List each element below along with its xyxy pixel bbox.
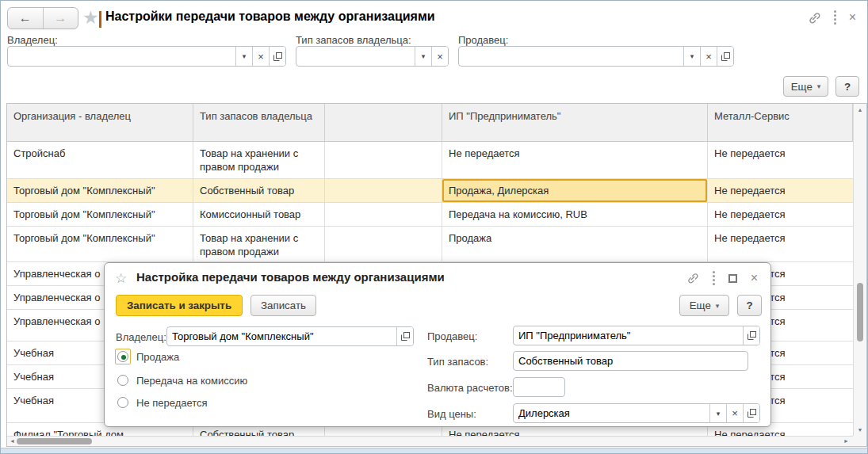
table-cell[interactable] (325, 203, 442, 226)
help-button[interactable]: ? (835, 76, 859, 97)
table-cell[interactable]: Товар на хранении с правом продажи (193, 142, 325, 178)
table-cell[interactable]: Не передается (708, 203, 853, 226)
scroll-down-icon[interactable]: ▼ (854, 427, 866, 433)
radio-option-commission[interactable]: Передача на комиссию (115, 372, 247, 388)
table-cell[interactable]: Стройснаб (7, 142, 193, 178)
seller-field-value[interactable]: ИП "Предприниматель" (514, 326, 743, 345)
scroll-up-icon[interactable]: ▲ (854, 107, 866, 113)
table-row[interactable]: Торговый дом "Комплексный"Собственный то… (7, 179, 853, 203)
choose-icon[interactable] (396, 327, 413, 345)
table-cell[interactable]: Комиссионный товар (193, 203, 325, 226)
dropdown-icon[interactable]: ▾ (683, 47, 700, 66)
close-icon[interactable]: × (751, 273, 758, 284)
horizontal-scroll-thumb[interactable] (17, 438, 92, 444)
transfer-setting-dialog: ☆ Настройка передачи товаров между орган… (104, 262, 771, 427)
radio-option-sale[interactable]: Продажа (115, 349, 179, 364)
clear-icon[interactable]: × (700, 47, 717, 66)
choose-icon[interactable] (743, 404, 759, 422)
stock-type-filter-label: Тип запасов владельца: (296, 34, 411, 46)
dialog-help-button[interactable]: ? (737, 295, 762, 316)
clear-icon[interactable]: × (726, 404, 743, 422)
stock-type-field[interactable]: Собственный товар (513, 351, 748, 371)
scroll-right-icon[interactable]: ► (843, 438, 849, 444)
chevron-down-icon: ▾ (716, 302, 720, 310)
table-cell[interactable]: Не передается (708, 142, 853, 178)
column-header[interactable]: ИП "Предприниматель" (442, 104, 708, 141)
column-header[interactable] (325, 104, 442, 141)
favorite-star-icon[interactable]: ★ (82, 7, 99, 29)
table-cell[interactable]: Продажа (442, 227, 708, 261)
seller-filter-input[interactable]: ▾ × (458, 46, 734, 67)
more-dots-icon[interactable] (713, 271, 715, 285)
save-button[interactable]: Записать (250, 295, 316, 316)
owner-field[interactable]: Торговый дом "Комплексный" (166, 326, 414, 346)
page-title: Настройки передачи товаров между организ… (105, 10, 435, 24)
radio-label: Передача на комиссию (136, 375, 247, 387)
more-button[interactable]: Еще ▾ (783, 76, 828, 97)
close-icon[interactable]: × (849, 12, 856, 23)
stock-type-filter-value[interactable] (296, 47, 415, 66)
save-and-close-button[interactable]: Записать и закрыть (116, 295, 243, 316)
table-cell[interactable]: Не передается (442, 142, 708, 178)
price-kind-field-value[interactable]: Дилерская (514, 404, 709, 422)
seller-field[interactable]: ИП "Предприниматель" (513, 326, 760, 345)
radio-icon[interactable] (115, 395, 131, 410)
seller-filter-value[interactable] (459, 47, 683, 66)
currency-field[interactable] (513, 377, 565, 397)
stock-type-filter-input[interactable]: ▾ × (296, 46, 449, 67)
dialog-title: Настройка передачи товаров между организ… (136, 270, 445, 284)
link-icon[interactable] (686, 272, 699, 284)
table-row[interactable]: СтройснабТовар на хранении с правом прод… (7, 142, 853, 179)
choose-icon[interactable] (743, 326, 759, 345)
column-header[interactable]: Тип запасов владельца (193, 104, 325, 141)
choose-icon[interactable] (269, 47, 285, 66)
owner-field-value[interactable]: Торговый дом "Комплексный" (167, 327, 396, 345)
clear-icon[interactable]: × (431, 47, 448, 66)
title-caret (99, 11, 101, 28)
table-cell[interactable]: Торговый дом "Комплексный" (7, 203, 193, 226)
column-header[interactable]: Организация - владелец (7, 104, 193, 141)
dropdown-icon[interactable]: ▾ (235, 47, 252, 66)
dialog-more-label: Еще (690, 299, 711, 311)
table-cell[interactable]: Не передается (708, 179, 853, 202)
table-cell[interactable] (325, 227, 442, 261)
favorite-star-outline-icon[interactable]: ☆ (115, 270, 127, 287)
owner-filter-value[interactable] (8, 47, 235, 66)
radio-label: Продажа (136, 351, 179, 363)
owner-filter-input[interactable]: ▾ × (7, 46, 286, 67)
table-cell[interactable]: Торговый дом "Комплексный" (7, 227, 193, 261)
more-dots-icon[interactable] (834, 10, 836, 25)
column-header[interactable]: Металл-Сервис (708, 104, 853, 141)
table-cell[interactable]: Не передается (708, 227, 853, 261)
link-icon[interactable] (808, 11, 821, 25)
table-row[interactable]: Торговый дом "Комплексный"Товар на хране… (7, 227, 853, 262)
radio-icon[interactable] (115, 372, 131, 388)
currency-field-value[interactable] (514, 378, 564, 396)
table-cell[interactable]: Передача на комиссию, RUB (442, 203, 708, 226)
clear-icon[interactable]: × (252, 47, 269, 66)
table-row[interactable]: Торговый дом "Комплексный"Комиссионный т… (7, 203, 853, 227)
dropdown-icon[interactable]: ▾ (709, 404, 726, 422)
back-icon[interactable]: ← (8, 8, 43, 29)
table-cell[interactable] (325, 179, 442, 202)
vertical-scroll-thumb[interactable] (857, 283, 863, 341)
scroll-left-icon[interactable]: ◄ (10, 438, 15, 444)
vertical-scrollbar[interactable]: ▲ ▼ (853, 104, 866, 436)
table-cell[interactable]: Товар на хранении с правом продажи (193, 227, 325, 261)
stock-type-field-value[interactable]: Собственный товар (514, 352, 748, 370)
seller-filter-label: Продавец: (458, 34, 508, 46)
choose-icon[interactable] (717, 47, 733, 66)
maximize-icon[interactable] (728, 274, 737, 283)
table-cell[interactable]: Продажа, Дилерская (442, 179, 708, 202)
radio-icon[interactable] (115, 349, 131, 364)
dropdown-icon[interactable]: ▾ (415, 47, 431, 66)
forward-icon[interactable]: → (43, 8, 78, 29)
price-kind-field[interactable]: Дилерская ▾ × (513, 403, 760, 423)
horizontal-scrollbar[interactable]: ◄ ► (7, 436, 853, 446)
dialog-more-button[interactable]: Еще ▾ (679, 295, 729, 316)
table-cell[interactable]: Торговый дом "Комплексный" (7, 179, 193, 202)
table-cell[interactable] (325, 142, 442, 178)
table-cell[interactable]: Собственный товар (193, 179, 325, 202)
more-button-label: Еще (791, 81, 813, 93)
radio-option-no-transfer[interactable]: Не передается (115, 395, 208, 410)
